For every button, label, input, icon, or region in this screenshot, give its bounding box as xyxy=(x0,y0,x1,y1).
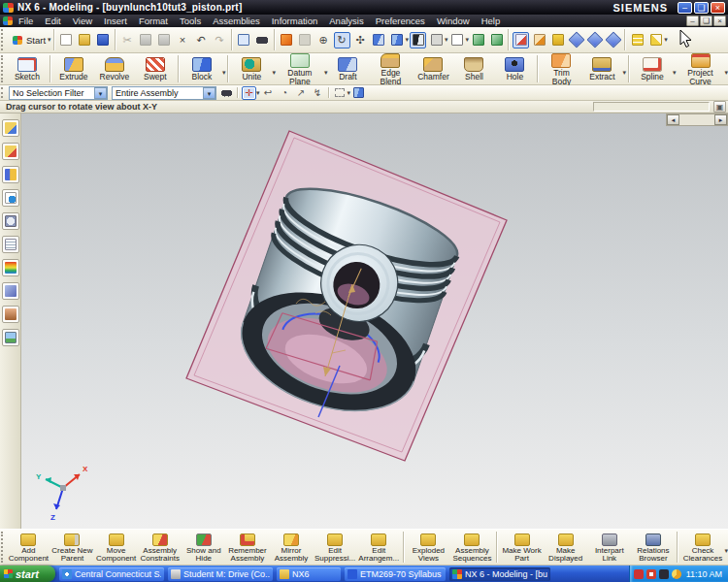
wcs-rotate-icon[interactable] xyxy=(605,32,621,48)
menu-assemblies[interactable]: Assemblies xyxy=(207,15,266,27)
menu-edit[interactable]: Edit xyxy=(39,15,66,27)
toolbar-overflow-icon[interactable]: ▾ xyxy=(664,36,668,44)
viewport-canvas[interactable]: Y X Z xyxy=(21,113,728,529)
undo-selection-icon[interactable]: ↩ xyxy=(261,86,276,100)
make-work-part-button[interactable]: Make Work Part xyxy=(500,532,544,564)
shaded-style-icon[interactable] xyxy=(410,32,426,48)
reuse-library-tab[interactable] xyxy=(2,189,19,207)
part-navigator-tab[interactable] xyxy=(2,166,19,183)
assembly-sequences-button[interactable]: Assembly Sequences xyxy=(450,532,494,564)
block-dropdown-icon[interactable]: ▾ xyxy=(222,69,226,77)
draft-button[interactable]: Draft xyxy=(327,56,368,81)
wcs-key-icon[interactable] xyxy=(549,32,566,48)
selection-scope-combo[interactable]: Entire Assembly ▾ xyxy=(112,86,216,100)
toolbar-drag-handle[interactable] xyxy=(1,532,6,563)
tray-utility-icon[interactable] xyxy=(659,569,669,579)
start-dropdown-icon[interactable]: ▾ xyxy=(48,36,51,44)
assembly-navigator-tab[interactable] xyxy=(2,119,19,137)
rectangle-select-icon[interactable] xyxy=(333,86,347,100)
combo-dropdown-icon[interactable]: ▾ xyxy=(203,87,215,99)
start-button[interactable]: start xyxy=(0,566,55,582)
edge-blend-button[interactable]: Edge Blend xyxy=(368,52,413,86)
command-finder-icon[interactable] xyxy=(236,32,252,48)
open-file-icon[interactable] xyxy=(77,32,93,48)
taskbar-item-browser[interactable]: Central Connecticut S... xyxy=(59,567,164,581)
remember-assembly-button[interactable]: Remember Assembly xyxy=(225,532,269,564)
project-curve-button[interactable]: Project Curve xyxy=(677,52,725,86)
save-icon[interactable] xyxy=(95,32,112,48)
zoom-in-out-icon[interactable]: ⊕ xyxy=(315,32,332,48)
viewport-scrollbar[interactable]: ◄ ► xyxy=(666,113,728,126)
tray-nx-icon[interactable] xyxy=(672,569,681,579)
start-menu-button[interactable]: Start xyxy=(26,35,46,46)
combo-dropdown-icon[interactable]: ▾ xyxy=(94,87,107,99)
taskbar-item-folder[interactable]: NX6 xyxy=(277,567,341,581)
wcs-display-icon[interactable] xyxy=(513,32,529,48)
wcs-origin-icon[interactable] xyxy=(586,32,603,48)
extract-button[interactable]: Extract xyxy=(581,56,622,81)
deselect-icon[interactable]: ↯ xyxy=(311,86,325,100)
make-displayed-button[interactable]: Make Displayed xyxy=(544,532,587,564)
wcs-dynamics-icon[interactable] xyxy=(531,32,547,48)
taskbar-item-document[interactable]: ETM269-70 Syllabus -... xyxy=(345,567,446,581)
show-and-hide-button[interactable]: Show and Hide xyxy=(182,532,225,564)
scroll-right-icon[interactable]: ► xyxy=(714,114,727,125)
graphics-window[interactable]: Y X Z ◄ ► xyxy=(21,113,728,529)
snap-point-icon[interactable]: ✛ xyxy=(242,86,256,100)
block-button[interactable]: Block xyxy=(182,56,222,81)
new-file-icon[interactable] xyxy=(58,32,75,48)
menu-analysis[interactable]: Analysis xyxy=(323,15,369,27)
taskbar-item-nx-active[interactable]: NX 6 - Modeling - [bu... xyxy=(449,567,550,581)
copy-icon[interactable] xyxy=(138,32,154,48)
menu-view[interactable]: View xyxy=(67,15,98,27)
face-style-icon[interactable] xyxy=(449,32,466,48)
constraint-navigator-tab[interactable] xyxy=(2,143,19,160)
sketch-button[interactable]: Sketch xyxy=(7,56,48,81)
menu-tools[interactable]: Tools xyxy=(174,15,207,27)
restore-button[interactable]: ❏ xyxy=(694,2,709,14)
orient-view-dropdown-icon[interactable]: ▾ xyxy=(406,36,410,44)
spline-button[interactable]: Spline xyxy=(632,56,673,81)
graphics-window-restore-icon[interactable]: ▣ xyxy=(713,101,726,113)
redo-icon[interactable]: ↷ xyxy=(212,32,228,48)
add-component-button[interactable]: Add Component xyxy=(7,532,50,564)
taskbar-item-drive[interactable]: Student M: Drive (Co... xyxy=(168,567,273,581)
cut-icon[interactable]: ✂ xyxy=(119,32,136,48)
edit-arrangement-button[interactable]: Edit Arrangem... xyxy=(357,532,401,564)
datum-plane-button[interactable]: Datum Plane xyxy=(276,52,324,86)
extract-dropdown-icon[interactable]: ▾ xyxy=(622,69,626,77)
menu-window[interactable]: Window xyxy=(431,15,476,27)
measure-distance-icon[interactable] xyxy=(629,32,645,48)
rectangle-select-dropdown-icon[interactable]: ▾ xyxy=(347,89,351,97)
menu-preferences[interactable]: Preferences xyxy=(370,15,431,27)
snap-point-dropdown-icon[interactable]: ▾ xyxy=(256,89,260,97)
toolbar-drag-handle[interactable] xyxy=(1,55,6,82)
create-new-parent-button[interactable]: Create New Parent xyxy=(50,532,94,564)
project-curve-dropdown-icon[interactable]: ▾ xyxy=(724,69,728,77)
shell-button[interactable]: Shell xyxy=(453,56,494,81)
zoom-icon[interactable] xyxy=(297,32,314,48)
partners-tab[interactable] xyxy=(2,306,19,323)
tray-agent-icon[interactable] xyxy=(646,569,656,579)
scroll-left-icon[interactable]: ◄ xyxy=(667,114,679,125)
swept-button[interactable]: Swept xyxy=(135,56,176,81)
child-restore-button[interactable]: ❏ xyxy=(700,16,712,26)
delete-icon[interactable]: × xyxy=(175,32,191,48)
roles-tab[interactable] xyxy=(2,259,19,276)
internet-explorer-tab[interactable] xyxy=(2,236,19,253)
search-binoculars-icon[interactable] xyxy=(254,32,271,48)
face-style-dropdown-icon[interactable]: ▾ xyxy=(466,36,470,44)
shaded-select-cube-icon[interactable] xyxy=(351,86,366,100)
view-manipulation-icon[interactable] xyxy=(470,32,486,48)
find-component-icon[interactable] xyxy=(219,86,234,100)
interpart-link-button[interactable]: Interpart Link xyxy=(587,532,631,564)
select-delay-icon[interactable]: ◔ xyxy=(278,86,292,100)
orient-view-cube-icon[interactable] xyxy=(389,32,406,48)
trim-body-button[interactable]: Trim Body xyxy=(541,52,581,86)
tray-antivirus-icon[interactable] xyxy=(634,569,644,579)
view-sync-icon[interactable] xyxy=(488,32,505,48)
mirror-assembly-button[interactable]: Mirror Assembly xyxy=(269,532,313,564)
menu-help[interactable]: Help xyxy=(476,15,507,27)
exploded-views-button[interactable]: Exploded Views xyxy=(407,532,450,564)
rendering-style-icon[interactable] xyxy=(428,32,445,48)
